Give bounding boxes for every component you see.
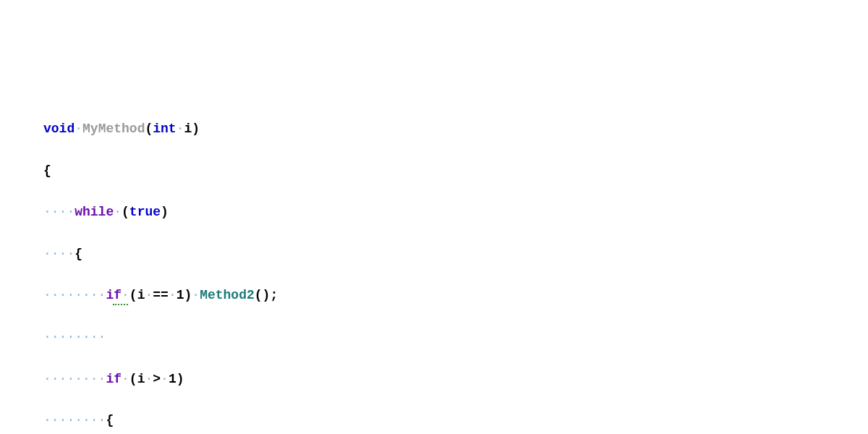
code-line-7: ········if·(i·>·1) (43, 369, 825, 390)
code-line-3: ····while·(true) (43, 202, 825, 223)
code-line-2: { (43, 161, 825, 182)
keyword-if: if (106, 288, 122, 302)
brace-open: { (43, 163, 51, 178)
space-dot: · (75, 122, 82, 136)
space-dot: · (169, 288, 176, 302)
paren-open: ( (255, 288, 263, 302)
keyword-int: int (153, 122, 176, 136)
whitespace-dots: ········ (43, 330, 106, 344)
paren-close: ) (263, 288, 271, 302)
paren-close: ) (192, 122, 200, 136)
keyword-void: void (43, 122, 75, 136)
whitespace-dots: ········ (43, 372, 106, 386)
space-dot: · (145, 288, 153, 302)
brace-open: { (106, 413, 114, 427)
code-line-1: void·MyMethod(int·i) (43, 119, 825, 140)
whitespace-dots: ···· (43, 205, 75, 219)
call-method2: Method2 (200, 288, 255, 302)
keyword-if: if (106, 372, 122, 386)
space-dot: · (192, 288, 200, 302)
whitespace-dots: ········ (43, 288, 106, 302)
space-dot: · (122, 288, 129, 302)
space-dot: · (145, 372, 153, 386)
semicolon: ; (270, 288, 278, 302)
paren-open: ( (129, 288, 137, 302)
var-i: i (137, 288, 145, 302)
space-dot: · (176, 122, 184, 136)
paren-close: ) (161, 205, 169, 219)
code-block: void·MyMethod(int·i) { ····while·(true) … (43, 98, 825, 434)
space-dot: · (122, 372, 129, 386)
code-line-8: ········{ (43, 410, 825, 431)
paren-close: ) (176, 372, 184, 386)
brace-open: { (75, 247, 82, 261)
paren-open: ( (122, 205, 129, 219)
whitespace-dots: ········ (43, 413, 106, 427)
space-dot: · (114, 205, 122, 219)
whitespace-dots: ···· (43, 247, 75, 261)
paren-open: ( (129, 372, 137, 386)
op-gt: > (153, 372, 161, 386)
code-line-5: ········if·(i·==·1)·Method2(); (43, 285, 825, 306)
param-i: i (184, 122, 192, 136)
code-line-4: ····{ (43, 244, 825, 265)
var-i: i (137, 372, 145, 386)
keyword-while: while (75, 205, 114, 219)
literal-1: 1 (176, 288, 184, 302)
literal-1: 1 (169, 372, 176, 386)
hint-underline (113, 304, 129, 305)
space-dot: · (161, 372, 169, 386)
keyword-true: true (129, 205, 161, 219)
code-line-6: ········ (43, 327, 825, 348)
op-eq: == (153, 288, 169, 302)
paren-close: ) (184, 288, 192, 302)
paren-open: ( (145, 122, 153, 136)
method-name-mymethod: MyMethod (82, 122, 145, 136)
